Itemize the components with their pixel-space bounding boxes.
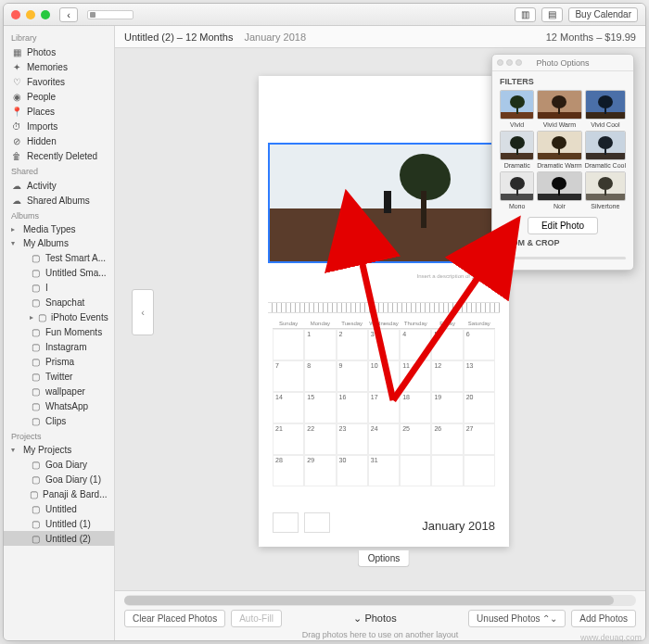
buy-calendar-button[interactable]: Buy Calendar [568, 7, 638, 22]
filter-option[interactable]: Dramatic Warm [537, 131, 581, 169]
minimize-icon[interactable] [26, 10, 35, 19]
sidebar-project[interactable]: ▢Panaji & Bard... [4, 486, 114, 501]
sidebar-project[interactable]: ▢Untitled [4, 501, 114, 516]
sidebar-item[interactable]: ☁Shared Albums [4, 193, 114, 208]
sidebar-item-my-projects[interactable]: ▾My Projects [4, 443, 114, 457]
calendar-cell[interactable] [273, 329, 304, 360]
photos-dropdown[interactable]: ⌄ Photos [287, 612, 463, 625]
filter-name: Vivid Cool [585, 121, 626, 128]
sidebar-section-albums: Albums [4, 208, 114, 222]
filter-option[interactable]: Dramatic [500, 131, 534, 169]
sidebar-item-media-types[interactable]: ▸Media Types [4, 222, 114, 236]
sidebar-item-my-albums[interactable]: ▾My Albums [4, 236, 114, 250]
calendar-cell[interactable]: 26 [431, 423, 463, 455]
calendar-cell[interactable]: 19 [431, 392, 463, 423]
filter-option[interactable]: Noir [537, 171, 581, 209]
calendar-cell[interactable]: 6 [464, 329, 495, 360]
calendar-cell[interactable]: 3 [368, 329, 400, 360]
filter-option[interactable]: Silvertone [585, 171, 626, 209]
calendar-cell[interactable]: 24 [368, 423, 400, 455]
sidebar-album[interactable]: ▢Instagram [4, 339, 114, 354]
sidebar-item[interactable]: 📍Places [4, 104, 114, 119]
calendar-cell[interactable]: 27 [464, 423, 495, 455]
sidebar-item[interactable]: ⏱Imports [4, 119, 114, 133]
filter-option[interactable]: Dramatic Cool [585, 131, 626, 169]
calendar-cell[interactable]: 23 [337, 423, 368, 455]
zoom-icon[interactable] [41, 10, 50, 19]
sidebar-item[interactable]: ✦Memories [4, 59, 114, 74]
sidebar-item[interactable]: ⊘Hidden [4, 133, 114, 148]
sidebar-item[interactable]: ◉People [4, 89, 114, 104]
calendar-cell[interactable]: 18 [400, 392, 431, 423]
calendar-cell[interactable]: 13 [464, 360, 495, 392]
sidebar-album[interactable]: ▢Snapchat [4, 295, 114, 309]
filter-option[interactable]: Vivid [500, 90, 534, 128]
calendar-cell[interactable]: 5 [431, 329, 463, 360]
calendar-cell[interactable]: 11 [400, 360, 431, 392]
calendar-cell[interactable]: 14 [273, 392, 304, 423]
horizontal-scrollbar[interactable] [124, 595, 636, 606]
calendar-cell[interactable]: 21 [273, 423, 304, 455]
calendar-cell[interactable]: 15 [304, 392, 336, 423]
unused-photos-dropdown[interactable]: Unused Photos ⌃⌄ [468, 610, 566, 627]
sidebar-project[interactable]: ▢Untitled (1) [4, 516, 114, 531]
calendar-cell[interactable]: 8 [304, 360, 336, 392]
previous-page-button[interactable]: ‹ [132, 289, 154, 335]
sidebar-album[interactable]: ▢WhatsApp [4, 398, 114, 413]
sidebar-album[interactable]: ▸▢iPhoto Events [4, 309, 114, 324]
sidebar-project[interactable]: ▢Goa Diary [4, 457, 114, 472]
calendar-cell[interactable]: 17 [368, 392, 400, 423]
calendar-cell[interactable]: 2 [337, 329, 368, 360]
album-icon: ▢ [30, 297, 41, 308]
sidebar-item[interactable]: 🗑Recently Deleted [4, 148, 114, 163]
calendar-cell[interactable]: 12 [431, 360, 463, 392]
auto-fill-button[interactable]: Auto-Fill [231, 610, 282, 627]
clear-placed-button[interactable]: Clear Placed Photos [124, 610, 225, 627]
close-icon[interactable] [11, 10, 20, 19]
filter-option[interactable]: Mono [500, 171, 534, 209]
sidebar-album[interactable]: ▢I [4, 280, 114, 295]
calendar-cell[interactable]: 1 [304, 329, 336, 360]
edit-photo-button[interactable]: Edit Photo [528, 217, 598, 234]
calendar-cell[interactable] [431, 455, 463, 486]
options-button[interactable]: Options [358, 550, 410, 567]
calendar-cell[interactable]: 28 [273, 455, 304, 486]
sidebar-album[interactable]: ▢Fun Moments [4, 324, 114, 339]
layout-toggle-1[interactable]: ▥ [515, 7, 536, 22]
sidebar-project[interactable]: ▢Goa Diary (1) [4, 472, 114, 486]
calendar-cell[interactable]: 22 [304, 423, 336, 455]
filter-name: Dramatic [500, 162, 534, 169]
current-month: January 2018 [244, 32, 306, 43]
zoom-slider-mini[interactable] [87, 10, 134, 19]
sidebar-item[interactable]: ▦Photos [4, 44, 114, 59]
sidebar-album[interactable]: ▢wallpaper [4, 384, 114, 398]
sidebar-album[interactable]: ▢Test Smart A... [4, 250, 114, 265]
calendar-cell[interactable]: 29 [304, 455, 336, 486]
sidebar-album[interactable]: ▢Untitled Sma... [4, 265, 114, 280]
calendar-cell[interactable]: 25 [400, 423, 431, 455]
back-button[interactable]: ‹ [59, 7, 78, 22]
sidebar-album[interactable]: ▢Clips [4, 413, 114, 428]
calendar-cell[interactable] [464, 455, 495, 486]
calendar-cell[interactable]: 4 [400, 329, 431, 360]
add-photos-button[interactable]: Add Photos [571, 610, 636, 627]
calendar-cell[interactable]: 9 [337, 360, 368, 392]
layout-toggle-2[interactable]: ▤ [541, 7, 563, 22]
calendar-photo[interactable] [268, 143, 500, 263]
calendar-cell[interactable]: 31 [368, 455, 400, 486]
photo-description-hint[interactable]: Insert a description of your photo [417, 273, 498, 279]
sidebar-item[interactable]: ♡Favorites [4, 74, 114, 89]
calendar-cell[interactable]: 7 [273, 360, 304, 392]
sidebar-item[interactable]: ☁Activity [4, 178, 114, 193]
calendar-cell[interactable] [400, 455, 431, 486]
calendar-cell[interactable]: 20 [464, 392, 495, 423]
filter-option[interactable]: Vivid Cool [585, 90, 626, 128]
calendar-cell[interactable]: 16 [337, 392, 368, 423]
filter-option[interactable]: Vivid Warm [537, 90, 581, 128]
calendar-cell[interactable]: 10 [368, 360, 400, 392]
calendar-cell[interactable]: 30 [337, 455, 368, 486]
sidebar-album[interactable]: ▢Prisma [4, 354, 114, 369]
sidebar-project[interactable]: ▢Untitled (2) [4, 531, 114, 546]
sidebar-album[interactable]: ▢Twitter [4, 369, 114, 384]
zoom-crop-slider[interactable] [500, 251, 626, 264]
